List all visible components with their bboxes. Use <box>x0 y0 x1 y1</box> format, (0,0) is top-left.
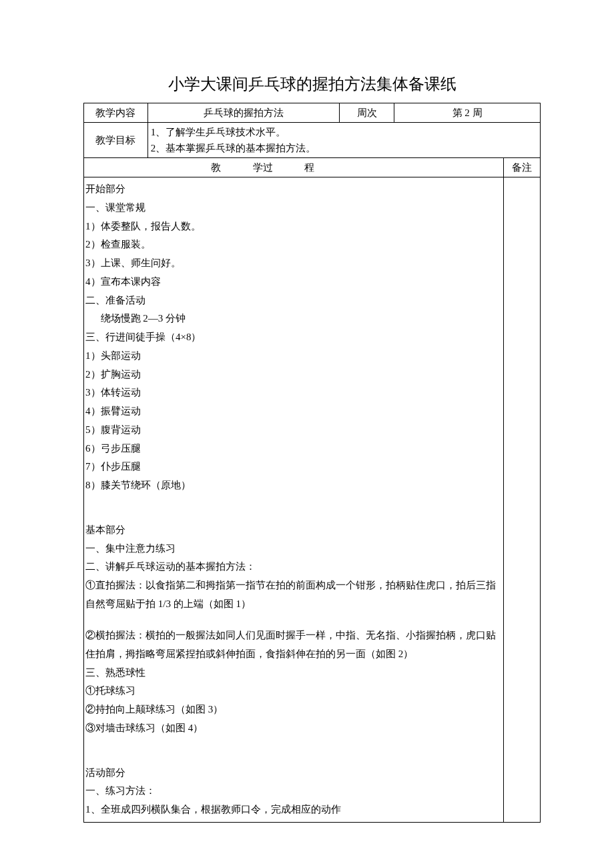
row-process-header: 教 学过 程 备注 <box>84 158 541 177</box>
p-c: 三、行进间徒手操（4×8） <box>85 332 201 342</box>
goal-line-2: 2、基本掌握乒乓球的基本握拍方法。 <box>151 143 316 153</box>
p-g1: 1、全班成四列横队集合，根据教师口令，完成相应的动作 <box>85 804 341 815</box>
p-g: 一、练习方法： <box>85 785 156 796</box>
notes-cell <box>504 177 541 823</box>
p-a: 一、课堂常规 <box>85 202 145 213</box>
label-teaching-content: 教学内容 <box>84 103 148 123</box>
hdr-a: 教 <box>211 162 221 173</box>
value-teaching-content: 乒乓球的握拍方法 <box>147 103 339 123</box>
goal-line-1: 1、了解学生乒乓球技术水平。 <box>151 127 286 137</box>
value-teaching-goal: 1、了解学生乒乓球技术水平。 2、基本掌握乒乓球的基本握拍方法。 <box>147 123 540 158</box>
p-base: 基本部分 <box>85 524 125 535</box>
p-a2: 2）检查服装。 <box>85 239 151 250</box>
p-b: 二、准备活动 <box>85 295 145 306</box>
p-c2: 2）扩胸运动 <box>85 369 141 380</box>
label-teaching-goal: 教学目标 <box>84 123 148 158</box>
p-c1: 1）头部运动 <box>85 350 141 361</box>
row-content: 教学内容 乒乓球的握拍方法 周次 第 2 周 <box>84 103 541 123</box>
process-content: 开始部分 一、课堂常规 1）体委整队，报告人数。 2）检查服装。 3）上课、师生… <box>84 177 504 823</box>
p-f: 三、熟悉球性 <box>85 667 145 678</box>
lesson-table: 教学内容 乒乓球的握拍方法 周次 第 2 周 教学目标 1、了解学生乒乓球技术水… <box>83 103 541 823</box>
p-a3: 3）上课、师生问好。 <box>85 258 181 268</box>
row-goal: 教学目标 1、了解学生乒乓球技术水平。 2、基本掌握乒乓球的基本握拍方法。 <box>84 123 541 158</box>
p-a4: 4）宣布本课内容 <box>85 276 161 287</box>
p-act: 活动部分 <box>85 767 125 778</box>
p-c8: 8）膝关节绕环（原地） <box>85 480 191 490</box>
p-c5: 5）腹背运动 <box>85 424 141 435</box>
row-process-body: 开始部分 一、课堂常规 1）体委整队，报告人数。 2）检查服装。 3）上课、师生… <box>84 177 541 823</box>
p-c4: 4）振臂运动 <box>85 406 141 416</box>
label-process: 教 学过 程 <box>84 158 504 177</box>
page-title: 小学大课间乒乓球的握拍方法集体备课纸 <box>83 73 541 95</box>
p-e2: ②横拍握法：横拍的一般握法如同人们见面时握手一样，中指、无名指、小指握拍柄，虎口… <box>85 630 496 659</box>
p-e1: ①直拍握法：以食指第二和拇指第一指节在拍的前面构成一个钳形，拍柄贴住虎口，拍后三… <box>85 580 496 609</box>
p-c7: 7）仆步压腿 <box>85 461 141 472</box>
p-c3: 3）体转运动 <box>85 387 141 398</box>
p-a1: 1）体委整队，报告人数。 <box>85 221 201 232</box>
p-d: 一、集中注意力练习 <box>85 543 176 554</box>
hdr-b: 学过 <box>253 162 273 173</box>
value-week: 第 2 周 <box>394 103 541 123</box>
p-f2: ②持拍向上颠球练习（如图 3） <box>85 704 223 715</box>
p-b1: 绕场慢跑 2—3 分钟 <box>85 310 186 328</box>
p-c6: 6）弓步压腿 <box>85 443 141 454</box>
p-f1: ①托球练习 <box>85 685 135 696</box>
hdr-c: 程 <box>304 162 314 173</box>
p-f3: ③对墙击球练习（如图 4） <box>85 723 203 733</box>
label-week: 周次 <box>340 103 394 123</box>
p-e: 二、讲解乒乓球运动的基本握拍方法： <box>85 561 256 572</box>
p-start: 开始部分 <box>85 183 125 194</box>
